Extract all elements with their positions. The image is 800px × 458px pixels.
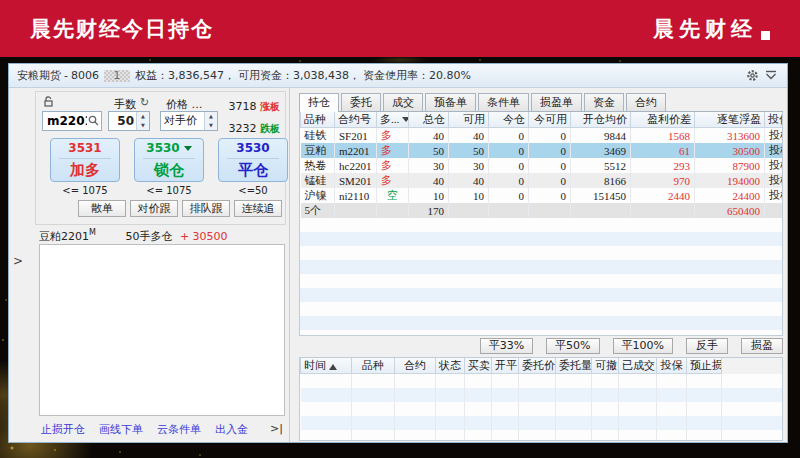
col-hedge[interactable]: 投保 xyxy=(765,112,784,128)
app-window: 安粮期货 - 80061 权益：3,836,547， 可用资金：3,038,43… xyxy=(8,63,788,443)
col-direction[interactable]: 多... xyxy=(377,112,409,128)
lock-position-button[interactable]: 3530 锁仓 xyxy=(134,138,204,182)
tab-prepared-orders[interactable]: 预备单 xyxy=(425,93,476,111)
lock-price: 3530 xyxy=(146,141,191,156)
col-openclose[interactable]: 开平 xyxy=(492,358,519,374)
lock-dropdown-icon[interactable] xyxy=(184,146,192,155)
position-row[interactable]: 热卷 hc2201 多 30 30 0 0 5512 293 87900 投机 xyxy=(301,158,784,173)
cloud-condition-link[interactable]: 云条件单 xyxy=(157,422,201,437)
stop-open-link[interactable]: 止损开仓 xyxy=(41,422,85,437)
close-label: 平仓 xyxy=(238,161,268,179)
spin-up-icon[interactable]: ▲ xyxy=(205,112,217,121)
position-row[interactable]: 锰硅 SM201 多 40 40 0 0 8166 970 194000 投机 xyxy=(301,173,784,188)
message-listbox[interactable] xyxy=(39,244,285,416)
account-redacted: 1 xyxy=(104,70,130,82)
col-today-avail[interactable]: 今可用 xyxy=(529,112,571,128)
col-contract[interactable]: 合约 xyxy=(395,358,436,374)
col-float-profit[interactable]: 逐笔浮盈 xyxy=(695,112,765,128)
tab-stop-profit-orders[interactable]: 损盈单 xyxy=(531,93,582,111)
search-icon[interactable] xyxy=(88,115,99,126)
draw-line-order-link[interactable]: 画线下单 xyxy=(99,422,143,437)
col-avg-price[interactable]: 开仓均价 xyxy=(571,112,631,128)
funds-transfer-link[interactable]: 出入金 xyxy=(215,422,248,437)
top-banner: 晨先财经今日持仓 晨先财经 xyxy=(0,0,800,57)
position-row[interactable]: 沪镍 ni2110 空 10 10 0 0 151450 2440 24400 … xyxy=(301,188,784,203)
stop-profit-button[interactable]: 损盈 xyxy=(741,338,783,354)
lower-limit-price: 3232 xyxy=(229,122,257,135)
tab-funds[interactable]: 资金 xyxy=(584,93,624,111)
upper-limit-price: 3718 xyxy=(229,100,257,113)
tab-trades[interactable]: 成交 xyxy=(383,93,423,111)
col-buysell[interactable]: 买卖 xyxy=(465,358,492,374)
buy-more-button[interactable]: 3531 加多 xyxy=(50,138,120,182)
bottom-links: 止损开仓 画线下单 云条件单 出入金 >| xyxy=(41,422,283,437)
refresh-lots-icon[interactable]: ↻ xyxy=(140,96,149,109)
price-type-value: 对手价 xyxy=(161,112,204,130)
empty-order-row xyxy=(301,416,783,430)
col-status[interactable]: 状态 xyxy=(436,358,465,374)
price-spinner[interactable]: ▲▼ xyxy=(204,112,217,130)
position-summary-line: 豆粕2201M 50手多仓 + 30500 xyxy=(39,228,228,244)
panel-expander[interactable]: > xyxy=(11,254,25,274)
account-number: 8006 xyxy=(71,69,99,82)
lots-value: 50 xyxy=(109,112,136,130)
col-cancelable[interactable]: 可撤 xyxy=(592,358,619,374)
position-pnl: + 30500 xyxy=(180,230,228,243)
spin-down-icon[interactable]: ▼ xyxy=(205,121,217,130)
position-row[interactable]: 硅铁 SF201 多 40 40 0 0 9844 1568 313600 投机 xyxy=(301,128,784,144)
lock-label: 锁仓 xyxy=(154,161,184,179)
col-order-qty[interactable]: 委托量 xyxy=(556,358,592,374)
orders-table: 时间 品种 合约 状态 买卖 开平 委托价 委托量 可撤 已成交 投保 预止损 xyxy=(299,357,783,441)
upper-limit-tag: 涨板 xyxy=(260,101,280,112)
close-33-button[interactable]: 平33% xyxy=(480,338,533,354)
single-order-button[interactable]: 散单 xyxy=(78,200,126,217)
col-variety[interactable]: 品种 xyxy=(301,112,335,128)
tab-positions[interactable]: 持仓 xyxy=(299,93,339,112)
col-order-price[interactable]: 委托价 xyxy=(519,358,556,374)
unlock-icon[interactable] xyxy=(44,96,54,107)
positions-table: 品种 合约号 多... 总仓 可用 今仓 今可用 开仓均价 盈利价差 逐笔浮盈 … xyxy=(299,112,783,336)
close-50-button[interactable]: 平50% xyxy=(546,338,599,354)
position-contract: 豆粕2201M xyxy=(39,230,96,243)
rollup-window-icon[interactable] xyxy=(763,68,779,84)
close-actions-row: 平33% 平50% 平100% 反手 损盈 xyxy=(480,338,783,354)
tab-orders[interactable]: 委托 xyxy=(341,93,381,111)
positions-header-row: 品种 合约号 多... 总仓 可用 今仓 今可用 开仓均价 盈利价差 逐笔浮盈 … xyxy=(301,112,784,128)
col-contract[interactable]: 合约号 xyxy=(335,112,377,128)
counter-follow-button[interactable]: 对价跟 xyxy=(130,200,178,217)
queue-follow-button[interactable]: 排队跟 xyxy=(182,200,230,217)
settings-gear-icon[interactable] xyxy=(744,68,760,84)
tab-condition-orders[interactable]: 条件单 xyxy=(478,93,529,111)
spin-down-icon[interactable]: ▼ xyxy=(137,121,149,130)
col-available[interactable]: 可用 xyxy=(449,112,489,128)
price-label[interactable]: 价格 … xyxy=(166,97,203,112)
col-preset-stop[interactable]: 预止损 xyxy=(687,358,722,374)
col-hedge[interactable]: 投保 xyxy=(657,358,687,374)
col-filled[interactable]: 已成交 xyxy=(619,358,657,374)
col-today[interactable]: 今仓 xyxy=(489,112,529,128)
price-type-select[interactable]: 对手价 ▲▼ xyxy=(160,111,218,131)
close-position-button[interactable]: 3530 平仓 xyxy=(218,138,288,182)
position-row-selected[interactable]: 豆粕 m2201 多 50 50 0 0 3469 61 30500 投机 xyxy=(301,143,784,158)
col-profit-diff[interactable]: 盈利价差 xyxy=(631,112,695,128)
upper-limit-line: 3718 涨板 xyxy=(229,100,281,114)
order-entry-group: 手数 ↻ 价格 … 50 ▲▼ 对手价 ▲▼ 3718 涨板 xyxy=(35,91,286,225)
col-time[interactable]: 时间 xyxy=(301,358,352,374)
tab-bar: 持仓 委托 成交 预备单 条件单 损盈单 资金 合约 xyxy=(299,93,783,112)
sort-asc-icon[interactable] xyxy=(329,360,337,370)
lots-spinner[interactable]: ▲▼ xyxy=(136,112,149,130)
close-100-button[interactable]: 平100% xyxy=(613,338,673,354)
data-panel: 持仓 委托 成交 预备单 条件单 损盈单 资金 合约 品种 xyxy=(291,88,787,442)
broker-name: 安粮期货 xyxy=(17,68,61,83)
tab-contracts[interactable]: 合约 xyxy=(626,93,666,111)
spin-up-icon[interactable]: ▲ xyxy=(137,112,149,121)
col-total[interactable]: 总仓 xyxy=(409,112,449,128)
continuous-chase-button[interactable]: 连续追 xyxy=(234,200,282,217)
filter-icon[interactable] xyxy=(402,117,408,126)
brand-text: 晨先财经 xyxy=(653,15,757,43)
col-variety[interactable]: 品种 xyxy=(352,358,395,374)
positions-summary-row: 5个 170 650400 xyxy=(301,203,784,218)
collapse-right-icon[interactable]: >| xyxy=(270,422,283,437)
lots-spinbox[interactable]: 50 ▲▼ xyxy=(108,111,150,131)
reverse-button[interactable]: 反手 xyxy=(686,338,728,354)
